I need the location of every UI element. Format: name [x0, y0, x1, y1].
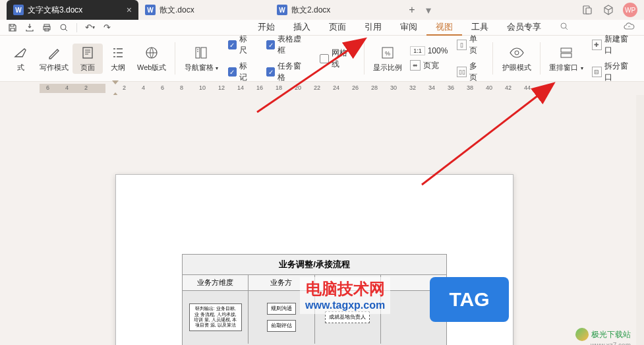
split-window-button[interactable]: ⊟拆分窗口 — [591, 59, 636, 84]
site-logo-icon — [575, 328, 589, 341]
new-window-button[interactable]: ✚新建窗口 — [591, 32, 636, 57]
svg-point-5 — [61, 24, 66, 30]
outline-view-button[interactable]: 大纲 — [103, 44, 133, 74]
pencil-icon — [46, 45, 62, 61]
document-tab-2[interactable]: W 散文.docx — [138, 0, 270, 20]
ruler-tick: 14 — [237, 84, 244, 91]
ruler-tick: 24 — [333, 84, 339, 91]
save-icon[interactable] — [5, 21, 20, 34]
rearrange-window-icon — [558, 45, 574, 61]
reading-mode-button[interactable]: 式 — [5, 44, 36, 74]
close-icon[interactable]: × — [127, 5, 132, 15]
eye-icon — [509, 45, 525, 61]
ruler-tick: 46 — [543, 84, 550, 91]
undo-icon[interactable]: ↶▾ — [82, 21, 97, 34]
write-mode-button[interactable]: 写作模式 — [36, 44, 73, 74]
svg-rect-19 — [561, 48, 571, 52]
checkbox-on-icon — [266, 67, 275, 77]
word-doc-icon: W — [13, 5, 24, 15]
cube-icon[interactable] — [602, 3, 615, 16]
titlebar-right: WP — [581, 0, 644, 20]
ruler-tick: 4 — [142, 84, 145, 91]
gridlines-checkbox[interactable]: 网格线 — [317, 46, 357, 71]
ruler-tick: 2 — [123, 84, 126, 91]
task-pane-checkbox[interactable]: 任务窗格 — [264, 59, 310, 84]
horizontal-ruler[interactable]: 6422468101214161820222426283032343638404… — [0, 82, 644, 95]
menu-member[interactable]: 会员专享 — [498, 20, 550, 36]
table-outline-checkbox[interactable]: 表格虚框 — [264, 32, 310, 57]
first-line-indent-icon[interactable] — [112, 80, 119, 84]
tab-label: 散文2.docx — [291, 5, 330, 16]
ruler-tick: 4 — [65, 84, 69, 91]
reading-mode-icon — [13, 45, 28, 61]
svg-rect-1 — [586, 8, 591, 14]
page-width-button[interactable]: ⬌页宽 — [409, 59, 449, 73]
ruler-tick: 2 — [84, 84, 88, 91]
web-view-icon — [144, 45, 160, 61]
watermark-site-badge: 极光下载站 www.xz7.com — [575, 328, 631, 341]
split-window-icon: ⊟ — [592, 67, 602, 77]
document-tab-3[interactable]: W 散文2.docx — [270, 0, 402, 20]
ruler-tick: 22 — [314, 84, 320, 91]
web-view-button[interactable]: Web版式 — [133, 44, 170, 74]
flow-box: 前期评估 — [267, 320, 296, 332]
svg-rect-20 — [561, 53, 571, 57]
page-view-icon — [80, 45, 96, 61]
ruler-tick: 28 — [371, 84, 378, 91]
new-tab-button[interactable]: + — [402, 0, 422, 20]
search-icon[interactable] — [560, 22, 569, 33]
device-icon[interactable] — [581, 3, 594, 16]
save-as-icon[interactable] — [22, 21, 37, 34]
menu-page[interactable]: 页面 — [320, 20, 355, 36]
print-icon[interactable] — [40, 21, 54, 34]
ruler-tick: 42 — [505, 84, 512, 91]
nav-pane-button[interactable]: 导航窗格 ▾ — [181, 44, 221, 74]
page-view-button[interactable]: 页面 — [73, 44, 103, 74]
ruler-tick: 40 — [486, 84, 492, 91]
document-tab-1[interactable]: W 文字文稿3.docx × — [7, 0, 138, 20]
ruler-tick: 36 — [448, 84, 454, 91]
ruler-tick: 30 — [390, 84, 397, 91]
word-doc-icon: W — [145, 5, 156, 15]
ruler-checkbox[interactable]: 标尺 — [225, 32, 257, 57]
svg-point-6 — [561, 23, 566, 28]
redo-icon[interactable]: ↷ — [100, 21, 114, 34]
menu-bar: ↶▾ ↷ 开始 插入 页面 引用 审阅 视图 工具 会员专享 — [0, 20, 644, 36]
percent-icon: % — [380, 45, 395, 61]
ruler-tick: 18 — [276, 84, 282, 91]
checkbox-on-icon — [266, 40, 275, 49]
word-doc-icon: W — [277, 5, 287, 15]
ruler-tick: 20 — [295, 84, 301, 91]
ruler-tick: 10 — [199, 84, 206, 91]
svg-rect-13 — [201, 47, 206, 58]
eye-protect-button[interactable]: 护眼模式 — [498, 44, 535, 74]
ruler-tick: 6 — [46, 84, 49, 91]
flowchart-title: 业务调整/承接流程 — [183, 255, 446, 275]
checkbox-on-icon — [228, 40, 237, 49]
multi-page-icon: ▯▯ — [457, 67, 467, 77]
multi-page-button[interactable]: ▯▯多页 — [455, 59, 485, 84]
flow-box: 研判输出: 业务目标, 业 务流程, 人均承接, 培训 量, 人员规模, 本项目… — [189, 303, 242, 331]
menu-reference[interactable]: 引用 — [355, 20, 391, 36]
zoom-button[interactable]: % 显示比例 — [370, 44, 405, 74]
single-page-button[interactable]: ▯单页 — [455, 32, 485, 57]
ruler-tick: 34 — [428, 84, 435, 91]
ruler-tick: 6 — [161, 84, 164, 91]
vertical-scrollbar[interactable] — [636, 95, 644, 345]
watermark-text-1: 电脑技术网 www.tagxp.com — [300, 277, 390, 314]
menu-review[interactable]: 审阅 — [391, 20, 426, 36]
rearrange-window-button[interactable]: 重排窗口 ▾ — [546, 44, 586, 74]
ruler-tick: 12 — [218, 84, 225, 91]
flow-box: 规则沟通 — [267, 303, 296, 315]
ruler-tick: 26 — [352, 84, 359, 91]
new-window-icon: ✚ — [592, 40, 602, 50]
zoom-100-button[interactable]: 1:1100% — [409, 45, 449, 57]
nav-pane-icon — [193, 45, 209, 61]
mark-checkbox[interactable]: 标记 — [225, 59, 257, 84]
user-avatar[interactable]: WP — [623, 3, 637, 17]
tab-menu-icon[interactable]: ▾ — [422, 0, 435, 20]
outline-icon — [110, 45, 126, 61]
tab-label: 文字文稿3.docx — [28, 5, 82, 16]
svg-text:%: % — [385, 50, 390, 57]
print-preview-icon[interactable] — [57, 21, 71, 34]
